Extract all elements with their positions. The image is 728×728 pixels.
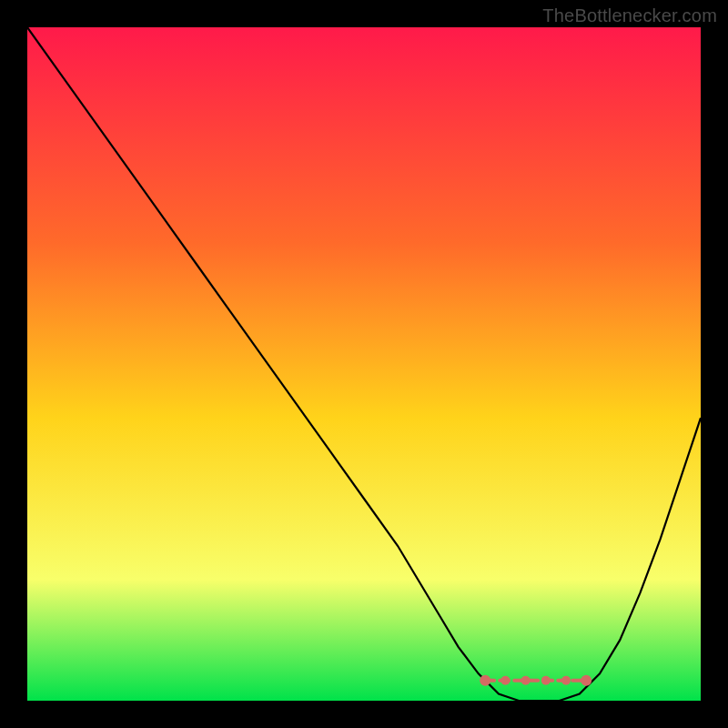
optimal-marker xyxy=(581,675,592,686)
chart-svg xyxy=(27,27,701,701)
gradient-background xyxy=(27,27,701,701)
optimal-marker xyxy=(561,676,571,685)
chart-frame: TheBottlenecker.com xyxy=(0,0,728,728)
optimal-marker xyxy=(521,676,531,685)
plot-area xyxy=(27,27,701,701)
optimal-marker xyxy=(541,676,551,685)
watermark-text: TheBottlenecker.com xyxy=(542,5,717,26)
optimal-marker xyxy=(500,676,510,685)
optimal-marker xyxy=(480,675,490,686)
